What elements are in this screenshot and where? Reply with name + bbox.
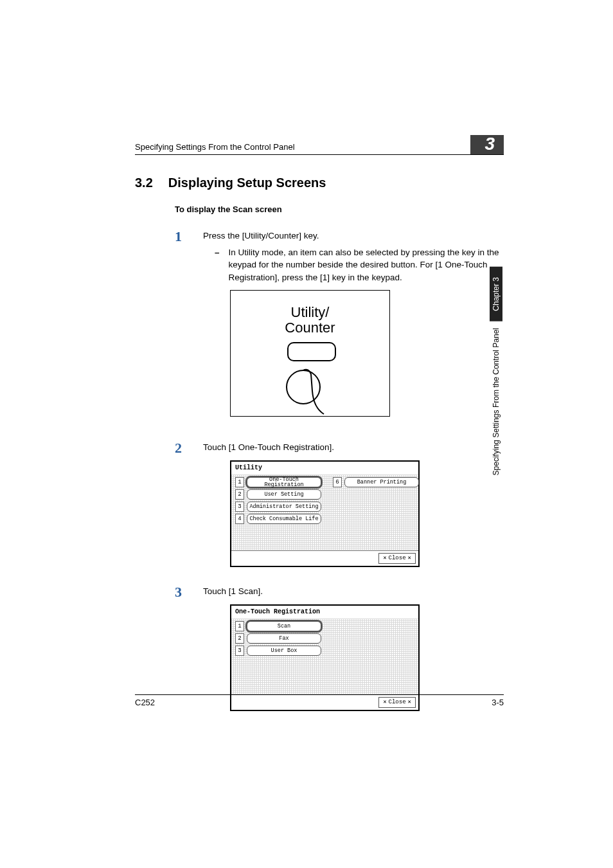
lcd-num: 2 [235,489,244,500]
lcd-num: 4 [235,514,244,524]
lcd-num: 1 [235,621,244,631]
btn-fax[interactable]: Fax [247,633,321,644]
lcd-num: 3 [235,646,244,656]
footer-page-number: 3-5 [492,698,504,707]
close-button[interactable]: ✕ Close ✕ [378,553,416,564]
btn-banner-printing[interactable]: Banner Printing [344,477,419,487]
figure-utility-key: Utility/ Counter [230,290,390,417]
chapter-badge: 3 [470,135,504,154]
utility-counter-label: Utility/ Counter [231,305,389,336]
lcd-onetouch-title: One-Touch Registration [231,606,418,619]
step-1-subtext: In Utility mode, an item can also be sel… [229,246,504,284]
side-chapter-text: Specifying Settings From the Control Pan… [490,321,502,483]
btn-administrator-setting[interactable]: Administrator Setting [247,502,321,512]
svg-point-0 [287,370,320,404]
lcd-num: 6 [333,477,342,487]
step-3-text: Touch [1 Scan]. [203,585,504,598]
lcd-utility-title: Utility [231,462,418,475]
btn-user-box[interactable]: User Box [247,646,321,656]
btn-check-consumable-life[interactable]: Check Consumable Life [247,514,321,524]
footer-model: C252 [135,698,155,707]
step-2-text: Touch [1 One-Touch Registration]. [203,441,504,454]
btn-one-touch-registration[interactable]: One-Touch Registration [247,477,321,487]
btn-scan[interactable]: Scan [247,621,321,631]
lcd-utility-screen: Utility 1 One-Touch Registration 2 Use [230,460,420,568]
step-1-text: Press the [Utility/Counter] key. [203,230,504,242]
section-number: 3.2 [135,176,153,190]
close-icon: ✕ [408,554,411,563]
key-shape-icon [287,342,336,361]
step-number-1: 1 [175,230,184,417]
running-head: Specifying Settings From the Control Pan… [135,142,295,154]
finger-press-icon [285,360,337,418]
step-number-2: 2 [175,441,184,567]
step-number-3: 3 [175,585,184,711]
lcd-num: 1 [235,477,244,487]
lcd-num: 3 [235,502,244,512]
close-icon: ✕ [383,554,386,563]
side-chapter-tab: Chapter 3 [490,267,502,321]
lcd-num: 2 [235,633,244,644]
section-title: Displaying Setup Screens [168,176,326,190]
subheading: To display the Scan screen [175,204,504,214]
btn-user-setting[interactable]: User Setting [247,489,321,500]
dash-icon: – [215,246,220,284]
